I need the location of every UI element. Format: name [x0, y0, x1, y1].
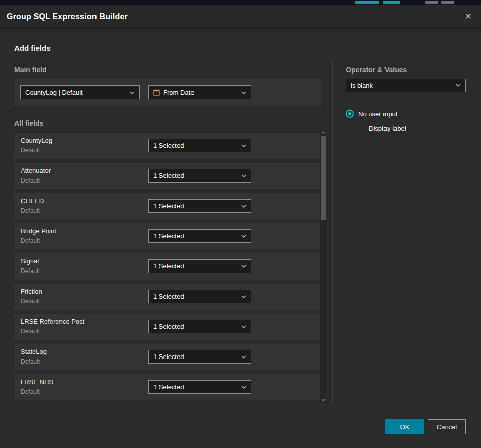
operator-values-label: Operator & Values — [346, 66, 407, 74]
field-values-dropdown[interactable]: 1 Selected — [148, 290, 251, 303]
operator-dropdown[interactable]: is blank — [346, 79, 466, 92]
layer-dropdown[interactable]: CountyLog | Default — [20, 85, 140, 99]
field-sublabel: Default — [21, 267, 40, 275]
field-name: StateLog — [21, 348, 47, 355]
field-name: Friction — [21, 288, 42, 295]
field-values-dropdown[interactable]: 1 Selected — [148, 199, 251, 213]
chevron-down-icon — [241, 144, 246, 147]
field-values-dropdown[interactable]: 1 Selected — [148, 350, 251, 364]
checkbox-unchecked-icon — [357, 125, 364, 132]
add-fields-heading: Add fields — [14, 44, 51, 52]
chevron-down-icon — [241, 205, 246, 208]
background-app-fragment — [441, 1, 454, 4]
field-sublabel: Default — [21, 358, 40, 365]
field-values-dropdown[interactable]: 1 Selected — [148, 229, 251, 243]
field-sublabel: Default — [21, 147, 40, 154]
field-selected-value: 1 Selected — [153, 353, 238, 361]
field-values-dropdown[interactable]: 1 Selected — [148, 169, 251, 183]
main-field-panel: CountyLog | Default From Date — [14, 79, 321, 106]
field-selected-value: 1 Selected — [153, 232, 238, 240]
all-fields-list: CountyLog Default 1 Selected Attenuator … — [14, 133, 321, 404]
field-row: Friction Default 1 Selected — [14, 284, 321, 310]
field-values-dropdown[interactable]: 1 Selected — [148, 259, 251, 273]
chevron-down-icon — [241, 235, 246, 238]
field-name: Signal — [21, 257, 39, 265]
field-sublabel: Default — [21, 177, 40, 184]
main-field-dropdown-value: From Date — [163, 88, 238, 96]
chevron-down-icon — [130, 91, 135, 94]
field-selected-value: 1 Selected — [153, 202, 238, 210]
field-values-dropdown[interactable]: 1 Selected — [148, 320, 251, 333]
field-sublabel: Default — [21, 207, 40, 214]
ok-button[interactable]: OK — [385, 419, 424, 434]
field-sublabel: Default — [21, 328, 40, 335]
vertical-divider — [332, 61, 333, 403]
chevron-down-icon — [241, 295, 246, 298]
operator-dropdown-value: is blank — [351, 82, 453, 89]
field-values-dropdown[interactable]: 1 Selected — [148, 380, 251, 394]
layer-dropdown-value: CountyLog | Default — [25, 88, 127, 96]
display-label-label: Display label — [369, 125, 406, 132]
no-user-input-radio[interactable]: No user input — [346, 110, 397, 118]
field-row: CountyLog Default 1 Selected — [14, 133, 321, 159]
field-sublabel: Default — [21, 388, 40, 395]
field-name: Attenuator — [21, 167, 51, 174]
dialog-title: Group SQL Expression Builder — [7, 12, 128, 21]
field-selected-value: 1 Selected — [153, 142, 238, 149]
display-label-checkbox[interactable]: Display label — [357, 125, 406, 132]
scrollbar-thumb[interactable] — [321, 136, 326, 220]
all-fields-label: All fields — [14, 119, 43, 127]
close-icon[interactable]: ✕ — [462, 10, 475, 23]
field-row: Bridge Point Default 1 Selected — [14, 223, 321, 249]
no-user-input-label: No user input — [358, 110, 397, 118]
field-sublabel: Default — [21, 237, 40, 244]
field-name: Bridge Point — [21, 227, 56, 235]
field-selected-value: 1 Selected — [153, 383, 238, 391]
background-app-strip — [0, 0, 481, 5]
background-app-fragment — [425, 1, 438, 4]
field-selected-value: 1 Selected — [153, 323, 238, 330]
field-name: LRSE NHS — [21, 378, 53, 386]
field-row: LRSE NHS Default 1 Selected — [14, 374, 321, 400]
chevron-down-icon — [241, 174, 246, 177]
field-row: Attenuator Default 1 Selected — [14, 163, 321, 189]
field-row: Signal Default 1 Selected — [14, 253, 321, 280]
field-name: LRSE Reference Post — [21, 318, 84, 325]
field-row: StateLog Default 1 Selected — [14, 344, 321, 370]
main-field-dropdown[interactable]: From Date — [148, 85, 251, 99]
chevron-down-icon — [241, 265, 246, 268]
calendar-icon — [153, 89, 160, 96]
field-name: CountyLog — [21, 137, 52, 144]
scroll-up-icon[interactable] — [320, 129, 326, 135]
radio-selected-icon — [346, 110, 354, 118]
field-values-dropdown[interactable]: 1 Selected — [148, 139, 251, 152]
field-sublabel: Default — [21, 298, 40, 305]
chevron-down-icon — [241, 355, 246, 359]
main-field-label: Main field — [14, 66, 47, 74]
field-selected-value: 1 Selected — [153, 262, 238, 270]
chevron-down-icon — [241, 386, 246, 389]
chevron-down-icon — [456, 84, 461, 87]
chevron-down-icon — [241, 325, 246, 328]
cancel-button[interactable]: Cancel — [428, 419, 466, 434]
background-app-fragment — [383, 1, 400, 4]
dialog-header: Group SQL Expression Builder ✕ — [0, 5, 481, 29]
scrollbar[interactable] — [320, 129, 326, 403]
field-selected-value: 1 Selected — [153, 172, 238, 180]
field-row: CLIFED Default 1 Selected — [14, 193, 321, 219]
scroll-down-icon[interactable] — [320, 397, 326, 403]
background-app-fragment — [355, 1, 379, 4]
field-selected-value: 1 Selected — [153, 293, 238, 300]
field-row: LRSE Reference Post Default 1 Selected — [14, 314, 321, 340]
field-name: CLIFED — [21, 197, 44, 205]
chevron-down-icon — [241, 91, 246, 94]
